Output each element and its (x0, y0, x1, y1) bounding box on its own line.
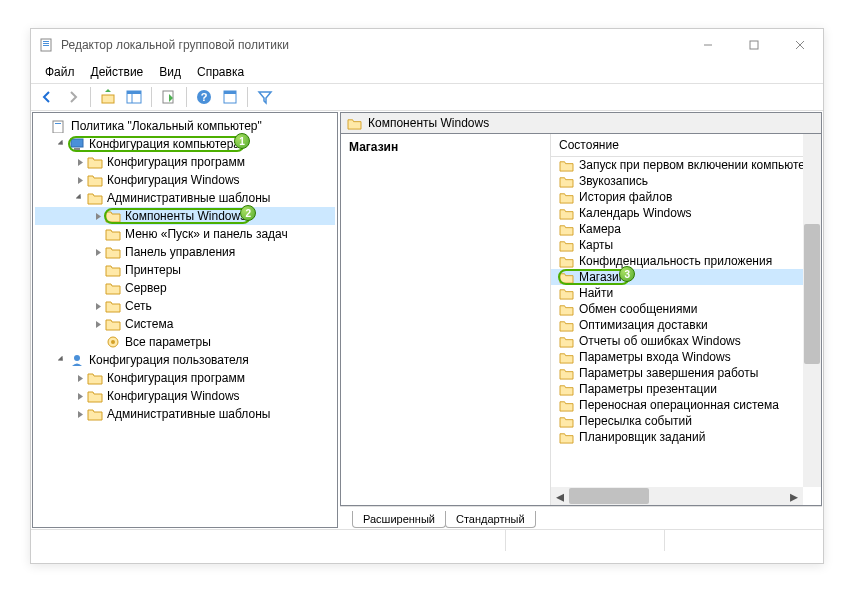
collapse-icon[interactable] (37, 119, 51, 133)
filter-button[interactable] (253, 85, 277, 109)
expand-icon[interactable] (73, 371, 87, 385)
app-window: Редактор локальной групповой политики Фа… (30, 28, 824, 564)
list-item[interactable]: Камера (551, 221, 821, 237)
tree-item-network[interactable]: Сеть (35, 297, 335, 315)
back-button[interactable] (35, 85, 59, 109)
tree-item-usoft[interactable]: Конфигурация программ (35, 369, 335, 387)
tree-panel[interactable]: Политика "Локальный компьютер" Конфигура… (32, 112, 338, 528)
menu-file[interactable]: Файл (37, 63, 83, 81)
expand-icon[interactable] (91, 209, 105, 223)
expand-icon[interactable] (73, 389, 87, 403)
collapse-icon[interactable] (73, 191, 87, 205)
tree-item-all[interactable]: Все параметры (35, 333, 335, 351)
close-button[interactable] (777, 29, 823, 61)
expand-icon[interactable] (73, 407, 87, 421)
titlebar: Редактор локальной групповой политики (31, 29, 823, 61)
policy-icon (51, 119, 67, 133)
toolbar: ? (31, 83, 823, 111)
list-item[interactable]: Переносная операционная система (551, 397, 821, 413)
minimize-button[interactable] (685, 29, 731, 61)
list-item[interactable]: Параметры завершения работы (551, 365, 821, 381)
tree-item-start[interactable]: Меню «Пуск» и панель задач (35, 225, 335, 243)
tree-item-admin[interactable]: Административные шаблоны (35, 189, 335, 207)
folder-icon (87, 155, 103, 169)
list-header-state[interactable]: Состояние (551, 134, 821, 157)
properties-button[interactable] (218, 85, 242, 109)
folder-icon (105, 281, 121, 295)
maximize-button[interactable] (731, 29, 777, 61)
list-item-label: Календарь Windows (579, 206, 692, 220)
expand-icon[interactable] (73, 155, 87, 169)
expand-icon[interactable] (91, 317, 105, 331)
expand-icon[interactable] (91, 245, 105, 259)
list-item[interactable]: Отчеты об ошибках Windows (551, 333, 821, 349)
list-item[interactable]: Обмен сообщениями (551, 301, 821, 317)
list-item[interactable]: Планировщик заданий (551, 429, 821, 445)
collapse-icon[interactable] (55, 353, 69, 367)
list-item[interactable]: Магазин3 (551, 269, 821, 285)
help-button[interactable]: ? (192, 85, 216, 109)
up-button[interactable] (96, 85, 120, 109)
list-item-label: Отчеты об ошибках Windows (579, 334, 741, 348)
list-item[interactable]: Карты (551, 237, 821, 253)
svg-rect-20 (74, 148, 80, 150)
list-item[interactable]: История файлов (551, 189, 821, 205)
tree-item-system[interactable]: Система (35, 315, 335, 333)
window-title: Редактор локальной групповой политики (61, 38, 289, 52)
expand-icon[interactable] (55, 137, 69, 151)
list-item[interactable]: Конфиденциальность приложения (551, 253, 821, 269)
tree-item-win[interactable]: Конфигурация Windows (35, 171, 335, 189)
folder-icon (559, 271, 574, 284)
expand-icon[interactable] (73, 173, 87, 187)
list-item[interactable]: Параметры презентации (551, 381, 821, 397)
list-item[interactable]: Оптимизация доставки (551, 317, 821, 333)
menu-action[interactable]: Действие (83, 63, 152, 81)
tree-item-soft[interactable]: Конфигурация программ (35, 153, 335, 171)
tree-item-uadmin[interactable]: Административные шаблоны (35, 405, 335, 423)
horizontal-scrollbar[interactable]: ◂ ▸ (551, 487, 803, 505)
list-item-label: Планировщик заданий (579, 430, 705, 444)
folder-icon (105, 245, 121, 259)
show-hide-button[interactable] (122, 85, 146, 109)
list-item-label: Параметры презентации (579, 382, 717, 396)
vertical-scrollbar[interactable] (803, 134, 821, 487)
list-item[interactable]: Пересылка событий (551, 413, 821, 429)
scroll-right-icon[interactable]: ▸ (785, 487, 803, 505)
list-item[interactable]: Запуск при первом включении компьюте (551, 157, 821, 173)
folder-icon (105, 299, 121, 313)
list-item-label: Переносная операционная система (579, 398, 779, 412)
tree-item-server[interactable]: Сервер (35, 279, 335, 297)
scroll-left-icon[interactable]: ◂ (551, 487, 569, 505)
export-button[interactable] (157, 85, 181, 109)
list-item[interactable]: Календарь Windows (551, 205, 821, 221)
svg-rect-16 (224, 91, 236, 94)
selected-item-title: Магазин (349, 140, 542, 154)
tree-item-printers[interactable]: Принтеры (35, 261, 335, 279)
svg-rect-1 (43, 41, 49, 42)
list-item[interactable]: Звукозапись (551, 173, 821, 189)
menu-help[interactable]: Справка (189, 63, 252, 81)
tree-user-config[interactable]: Конфигурация пользователя (35, 351, 335, 369)
statusbar (31, 529, 823, 551)
expand-icon[interactable] (91, 299, 105, 313)
svg-rect-18 (55, 123, 61, 124)
folder-icon (105, 209, 121, 223)
tree-item-components[interactable]: Компоненты Windows 2 (35, 207, 335, 225)
menu-view[interactable]: Вид (151, 63, 189, 81)
forward-button[interactable] (61, 85, 85, 109)
folder-list[interactable]: Запуск при первом включении компьютеЗвук… (551, 157, 821, 445)
list-item-label: Карты (579, 238, 613, 252)
tree-computer-config[interactable]: Конфигурация компьютера 1 (35, 135, 335, 153)
settings-icon (105, 335, 121, 349)
list-item-label: Оптимизация доставки (579, 318, 708, 332)
tab-extended[interactable]: Расширенный (352, 511, 446, 528)
tab-standard[interactable]: Стандартный (445, 511, 536, 528)
svg-rect-2 (43, 43, 49, 44)
list-item[interactable]: Параметры входа Windows (551, 349, 821, 365)
user-icon (69, 353, 85, 367)
list-item-label: История файлов (579, 190, 672, 204)
tree-root-policy[interactable]: Политика "Локальный компьютер" (35, 117, 335, 135)
list-item[interactable]: Найти (551, 285, 821, 301)
tree-item-cp[interactable]: Панель управления (35, 243, 335, 261)
tree-item-uwin[interactable]: Конфигурация Windows (35, 387, 335, 405)
